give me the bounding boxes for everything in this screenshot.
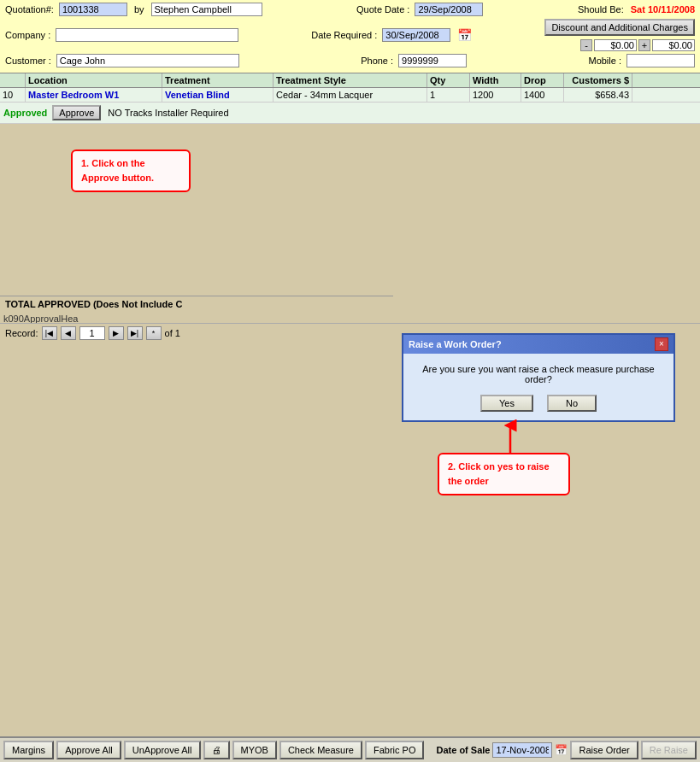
modal-yes-button[interactable]: Yes: [480, 395, 533, 412]
modal-message: Are you sure you want raise a check meas…: [412, 364, 665, 384]
modal-overlay: Raise a Work Order? × Are you sure you w…: [0, 0, 700, 762]
modal-no-button[interactable]: No: [547, 395, 597, 412]
annotation-2: 2. Click on yes to raise the order: [438, 453, 570, 495]
modal-dialog: Raise a Work Order? × Are you sure you w…: [402, 333, 675, 422]
annotation-2-text: 2. Click on yes to raise the order: [448, 461, 550, 486]
modal-body: Are you sure you want raise a check meas…: [403, 354, 674, 420]
modal-title-bar: Raise a Work Order? ×: [403, 335, 674, 354]
modal-title: Raise a Work Order?: [409, 339, 502, 349]
modal-close-button[interactable]: ×: [655, 337, 668, 351]
modal-buttons: Yes No: [412, 395, 665, 412]
